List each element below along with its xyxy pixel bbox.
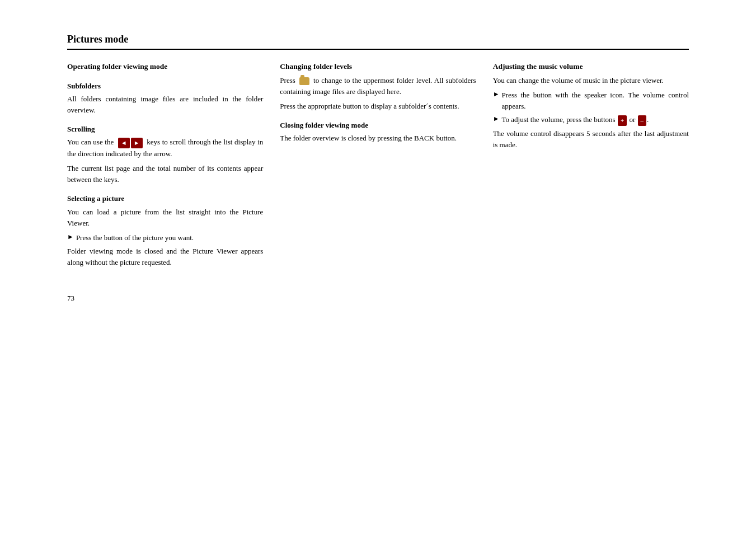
selecting-text1: You can load a picture from the list str…: [67, 207, 263, 229]
nav-keys: ◄ ►: [118, 138, 143, 148]
adjusting-bullet1: ► Press the button with the speaker icon…: [493, 90, 689, 112]
bullet-arrow-icon-2: ►: [493, 90, 500, 99]
adjusting-heading: Adjusting the music volume: [493, 61, 689, 73]
adjusting-bullet2-text: To adjust the volume, press the buttons …: [502, 114, 649, 126]
selecting-bullet: ► Press the button of the picture you wa…: [67, 232, 263, 243]
subfolders-heading: Subfolders: [67, 81, 263, 92]
page-number: 73: [67, 294, 689, 303]
vol-plus-icon: +: [618, 115, 627, 126]
closing-heading: Closing folder viewing mode: [280, 120, 476, 131]
subfolders-text: All folders containing image files are i…: [67, 93, 263, 116]
scrolling-text1: You can use the ◄ ► keys to scroll throu…: [67, 137, 263, 160]
bullet-arrow-icon-3: ►: [493, 115, 500, 123]
adjusting-bullet1-text: Press the button with the speaker icon. …: [502, 90, 689, 112]
selecting-text2: Folder viewing mode is closed and the Pi…: [67, 246, 263, 268]
scrolling-heading: Scrolling: [67, 124, 263, 135]
selecting-bullet-text: Press the button of the picture you want…: [76, 232, 194, 243]
changing-text2: Press the appropriate button to display …: [280, 101, 476, 112]
adjusting-text1: You can change the volume of music in th…: [493, 75, 689, 86]
changing-text1: Press to change to the uppermost folder …: [280, 75, 476, 97]
bullet-arrow-icon: ►: [67, 233, 74, 241]
adjusting-bullet2: ► To adjust the volume, press the button…: [493, 114, 689, 126]
closing-text: The folder overview is closed by pressin…: [280, 133, 476, 144]
col3-adjusting: Adjusting the music volume You can chang…: [493, 61, 689, 154]
selecting-heading: Selecting a picture: [67, 193, 263, 204]
changing-heading: Changing folder levels: [280, 61, 476, 73]
page-title: Pictures mode: [67, 34, 689, 50]
left-key-icon: ◄: [118, 138, 130, 148]
adjusting-text2: The volume control disappears 5 seconds …: [493, 128, 689, 151]
folder-icon: [299, 77, 309, 85]
col1-operating: Operating folder viewing mode Subfolders…: [67, 61, 263, 271]
vol-minus-icon: –: [638, 115, 647, 126]
col1-section-heading: Operating folder viewing mode: [67, 61, 263, 73]
col2-changing: Changing folder levels Press to change t…: [280, 61, 476, 148]
scrolling-text3: The current list page and the total numb…: [67, 163, 263, 185]
right-key-icon: ►: [131, 138, 143, 148]
